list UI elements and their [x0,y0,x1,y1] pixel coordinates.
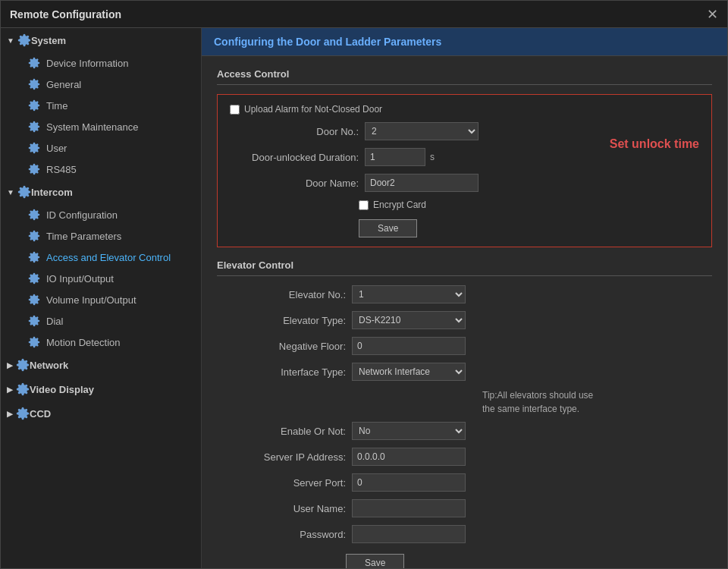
sidebar-label-system-maintenance: System Maintenance [46,121,138,133]
door-unlocked-row: Door-unlocked Duration: s [230,148,582,166]
sidebar-group-network[interactable]: ▶ Network [1,353,201,377]
door-unlocked-unit: s [430,152,435,162]
server-port-input[interactable] [352,473,466,492]
ccd-arrow-icon: ▶ [7,410,13,418]
gear-icon-access-elevator [28,251,40,263]
sidebar-item-system-maintenance[interactable]: System Maintenance [19,116,201,137]
elevator-control-title: Elevator Control [217,259,712,276]
gear-icon-io [28,272,40,284]
sidebar-group-intercom[interactable]: ▼ Intercom [1,180,201,204]
video-group-icon [16,382,30,396]
sidebar-item-id-config[interactable]: ID Configuration [19,204,201,225]
door-unlocked-input[interactable] [365,148,425,166]
interface-type-label: Interface Type: [217,366,346,378]
sidebar-label-io-inout: IO Input/Output [46,273,114,284]
video-arrow-icon: ▶ [7,385,13,394]
sidebar: ▼ System Device Information General Time [1,28,202,568]
elevator-type-row: Elevator Type: DS-K2210 [217,311,712,329]
sidebar-item-dial[interactable]: Dial [19,310,201,332]
panel-body: Access Control Upload Alarm for Not-Clos… [202,56,727,568]
intercom-arrow-icon: ▼ [7,188,14,196]
intercom-group-label: Intercom [31,187,73,198]
interface-type-select[interactable]: Network Interface RS485 Interface [352,363,466,381]
gear-icon-motion [28,336,40,348]
network-group-icon [16,358,30,372]
gear-icon-time [28,99,40,112]
sidebar-group-video-display[interactable]: ▶ Video Display [1,377,201,401]
sidebar-label-id-config: ID Configuration [46,209,118,221]
intercom-group-icon [17,185,31,199]
ccd-group-label: CCD [30,408,51,420]
sidebar-item-general[interactable]: General [19,74,201,95]
password-label: Password: [217,529,346,540]
door-no-select[interactable]: 2 1 3 4 [365,122,479,140]
enable-or-not-row: Enable Or Not: No Yes [217,422,712,440]
upload-alarm-checkbox[interactable] [230,105,240,115]
ccd-group-icon [16,407,30,420]
door-name-input[interactable] [365,174,479,192]
upload-alarm-label: Upload Alarm for Not-Closed Door [244,104,382,115]
access-control-section: Upload Alarm for Not-Closed Door Door No… [217,94,712,247]
interface-type-row: Interface Type: Network Interface RS485 … [217,363,712,381]
sidebar-item-motion-detection[interactable]: Motion Detection [19,332,201,353]
encrypt-card-label: Encrypt Card [373,200,426,210]
system-arrow-icon: ▼ [7,36,14,45]
gear-icon-volume [28,294,40,306]
negative-floor-input[interactable] [352,337,466,355]
sidebar-label-volume-inout: Volume Input/Output [46,294,136,306]
access-control-title: Access Control [217,68,712,85]
sidebar-item-access-elevator[interactable]: Access and Elevator Control [19,247,201,268]
door-unlocked-label: Door-unlocked Duration: [230,152,359,163]
gear-icon-user [28,142,40,154]
elevator-no-label: Elevator No.: [217,289,346,300]
elevator-no-select[interactable]: 1 2 3 [352,285,466,303]
sidebar-label-user: User [46,143,67,154]
intercom-children: ID Configuration Time Parameters Access … [1,204,201,353]
sidebar-label-time: Time [46,100,67,112]
server-ip-input[interactable] [352,448,466,466]
sidebar-item-volume-inout[interactable]: Volume Input/Output [19,289,201,310]
negative-floor-row: Negative Floor: [217,337,712,355]
window-title: Remote Configuration [10,8,121,20]
right-panel: Configuring the Door and Ladder Paramete… [202,28,727,568]
network-arrow-icon: ▶ [7,361,13,369]
system-group-icon [17,33,31,47]
encrypt-card-checkbox[interactable] [359,200,369,210]
elevator-control-section: Elevator No.: 1 2 3 Elevator Type: DS-K2… [217,285,712,568]
enable-or-not-label: Enable Or Not: [217,426,346,437]
user-name-label: User Name: [217,503,346,514]
network-group-label: Network [30,360,68,371]
user-name-input[interactable] [352,499,466,517]
remote-config-window: Remote Configuration ✕ ▼ System Device I… [0,0,728,569]
sidebar-item-time[interactable]: Time [19,95,201,116]
system-group-label: System [31,35,66,46]
sidebar-label-rs485: RS485 [46,164,77,175]
enable-or-not-select[interactable]: No Yes [352,422,466,440]
server-ip-label: Server IP Address: [217,451,346,463]
door-name-row: Door Name: [230,174,582,192]
gear-icon-id-config [28,209,40,221]
elevator-type-label: Elevator Type: [217,315,346,326]
sidebar-group-ccd[interactable]: ▶ CCD [1,401,201,426]
password-input[interactable] [352,525,466,543]
gear-icon-general [28,78,40,90]
sidebar-item-rs485[interactable]: RS485 [19,159,201,180]
sidebar-item-time-params[interactable]: Time Parameters [19,225,201,247]
sidebar-item-io-inout[interactable]: IO Input/Output [19,268,201,289]
sidebar-item-device-info[interactable]: Device Information [19,52,201,74]
door-no-label: Door No.: [230,126,359,137]
door-name-label: Door Name: [230,178,359,189]
access-control-save-button[interactable]: Save [359,219,417,237]
elevator-type-select[interactable]: DS-K2210 [352,311,466,329]
sidebar-group-system[interactable]: ▼ System [1,28,201,52]
sidebar-label-time-params: Time Parameters [46,231,121,242]
sidebar-item-user[interactable]: User [19,137,201,159]
user-name-row: User Name: [217,499,712,517]
sidebar-label-dial: Dial [46,316,63,327]
elevator-save-button[interactable]: Save [346,554,404,568]
video-display-group-label: Video Display [30,384,94,395]
main-content: ▼ System Device Information General Time [1,28,727,568]
close-button[interactable]: ✕ [707,8,718,21]
gear-icon-time-params [28,230,40,242]
negative-floor-label: Negative Floor: [217,341,346,352]
